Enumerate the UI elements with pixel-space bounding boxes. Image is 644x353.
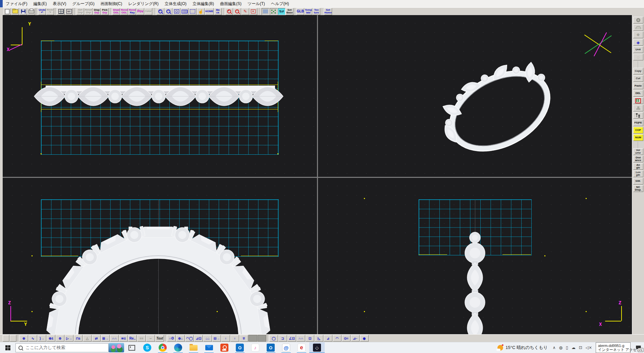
onedrive-cloud-icon[interactable]: ☁ bbox=[570, 345, 577, 350]
pov[interactable]: Pov bbox=[137, 8, 144, 15]
select-rect[interactable] bbox=[189, 8, 197, 15]
move-clover[interactable]: ❖ bbox=[633, 32, 643, 38]
open-file[interactable] bbox=[11, 8, 19, 15]
notification-center-button[interactable]: 21 bbox=[633, 342, 644, 353]
gem-tool[interactable]: ◈ bbox=[633, 39, 643, 46]
taskbar-chrome[interactable] bbox=[155, 342, 170, 353]
taskbar-itunes[interactable]: ♪ bbox=[248, 342, 263, 353]
stamp[interactable] bbox=[633, 105, 643, 111]
surf-dome[interactable]: ⊕⌂ bbox=[176, 335, 185, 342]
weather-widget[interactable]: 15°C 晴れのちくもり bbox=[494, 342, 551, 353]
material-knob[interactable] bbox=[633, 17, 643, 23]
curve-extend[interactable]: )→ bbox=[38, 335, 46, 342]
curve-align[interactable]: ≡≡ bbox=[137, 335, 146, 342]
fs-fe[interactable]: FS|FE bbox=[633, 119, 643, 126]
viewport-splitter-horizontal[interactable] bbox=[3, 177, 632, 178]
quad-view[interactable] bbox=[633, 97, 643, 104]
color-swatch-1[interactable] bbox=[249, 335, 257, 342]
curve-scale[interactable]: △ bbox=[83, 335, 92, 342]
empty-slot[interactable] bbox=[3, 335, 9, 342]
curve-move[interactable]: ▷→ bbox=[65, 335, 73, 342]
menu-item[interactable]: グループ(G) bbox=[69, 0, 97, 7]
cop[interactable]: COP bbox=[633, 127, 643, 134]
rend-ray[interactable]: RendRay bbox=[128, 8, 136, 15]
tray-phone-icon[interactable]: ▯ bbox=[564, 345, 570, 350]
surf-shift[interactable]: ⊟→ bbox=[212, 335, 221, 342]
taskbar-orange-app[interactable] bbox=[217, 342, 232, 353]
glb[interactable]: GLB bbox=[297, 8, 304, 15]
viewport-perspective[interactable] bbox=[318, 15, 632, 177]
curve-round[interactable]: ⊚ bbox=[56, 335, 64, 342]
taskbar-outlook[interactable]: O bbox=[263, 342, 278, 353]
menu-item[interactable]: ツール(T) bbox=[245, 0, 268, 7]
taskbar-at-app[interactable]: @ bbox=[278, 342, 294, 353]
color[interactable]: Color bbox=[145, 8, 152, 15]
solid-circle[interactable]: ◯ bbox=[269, 335, 278, 342]
menu-item[interactable]: 表示(V) bbox=[50, 0, 69, 7]
taskbar-skype[interactable]: S bbox=[140, 342, 155, 353]
print[interactable] bbox=[28, 8, 35, 15]
surf-female2[interactable]: ♀ bbox=[230, 335, 239, 342]
copy[interactable]: Copy bbox=[633, 68, 643, 74]
rotate-circle[interactable]: ◌ bbox=[633, 54, 643, 60]
set-grp[interactable]: SetGrp bbox=[76, 8, 84, 15]
taskbar-jewelry-cad[interactable]: ◇ bbox=[309, 342, 325, 353]
distance[interactable]: Distance bbox=[633, 156, 643, 162]
zoom-in[interactable] bbox=[157, 8, 164, 15]
new-file[interactable] bbox=[3, 8, 11, 15]
curve-offset[interactable]: ⊕± bbox=[47, 335, 55, 342]
save-file[interactable] bbox=[19, 8, 27, 15]
angle[interactable]: Angle bbox=[633, 163, 643, 170]
cut[interactable]: Cut bbox=[633, 75, 643, 82]
surf-loop[interactable]: ∩ʘ bbox=[167, 335, 176, 342]
taskbar-edge[interactable] bbox=[170, 342, 186, 353]
disp-grp[interactable]: DispGrp bbox=[93, 8, 101, 15]
zoom-window[interactable] bbox=[173, 8, 180, 15]
zoom-out[interactable] bbox=[165, 8, 172, 15]
taskbar-search-input[interactable]: ここに入力して検索 bbox=[15, 343, 109, 352]
pan-hand[interactable]: ☝ bbox=[197, 8, 205, 15]
menu-item[interactable]: 曲面編集(S) bbox=[217, 0, 245, 7]
surf-balance[interactable]: ∓ bbox=[239, 335, 248, 342]
home-view[interactable]: HOME bbox=[205, 8, 214, 15]
solid-tri-b[interactable]: ⊿ bbox=[324, 335, 332, 342]
tile-windows[interactable] bbox=[57, 8, 65, 15]
rend-ogl[interactable]: RendOGL bbox=[120, 8, 128, 15]
solid-mesh[interactable]: ⊙≡ bbox=[342, 335, 351, 342]
curve-height[interactable]: ⊓s bbox=[74, 335, 83, 342]
taskbar-blue-o-app[interactable]: O bbox=[232, 342, 248, 353]
surf-female[interactable]: ♀ bbox=[221, 335, 230, 342]
length[interactable]: Length bbox=[633, 170, 643, 177]
nc-disp[interactable]: NCDisp. bbox=[633, 185, 643, 192]
viewport-top-view[interactable]: Y X bbox=[3, 15, 317, 177]
solid-eye[interactable]: ◉ bbox=[360, 335, 369, 342]
surf-corner[interactable]: ⊿⊡ bbox=[194, 335, 203, 342]
solid-box[interactable]: ⊡ bbox=[306, 335, 314, 342]
taskbar-red-e-app[interactable]: e bbox=[294, 342, 309, 353]
text-tool[interactable]: Text bbox=[155, 335, 164, 342]
move-snap-toggle[interactable]: ⇅⇄ bbox=[278, 8, 285, 15]
curve-redraw[interactable]: Re.. bbox=[128, 335, 137, 342]
taskbar-task-view[interactable] bbox=[124, 342, 140, 353]
curve-pitch[interactable]: ≋± bbox=[119, 335, 128, 342]
taskbar-mail[interactable] bbox=[201, 342, 217, 353]
undo[interactable]: Undo↶ bbox=[38, 8, 46, 15]
display-cast-icon[interactable]: ⊡ bbox=[577, 345, 584, 350]
volume[interactable]: Volume bbox=[633, 148, 643, 155]
viewport-front-view[interactable]: Z Y bbox=[3, 178, 317, 334]
menu-item[interactable]: 画面制御(C) bbox=[98, 0, 125, 7]
curve-swap[interactable]: ⇄ bbox=[92, 335, 101, 342]
menu-item[interactable]: 立体生成(O) bbox=[162, 0, 190, 7]
curve-wave[interactable]: ∿ bbox=[29, 335, 37, 342]
menu-item[interactable]: ヘルプ(H) bbox=[268, 0, 292, 7]
color-swatch-2[interactable] bbox=[258, 335, 266, 342]
snap-toggle[interactable] bbox=[270, 8, 277, 15]
solid-angle[interactable]: ∠⊡ bbox=[287, 335, 296, 342]
texture[interactable]: Texture bbox=[313, 8, 320, 15]
template[interactable]: Template bbox=[305, 8, 312, 15]
measure-ruler[interactable] bbox=[181, 8, 189, 15]
num[interactable]: NUM bbox=[633, 134, 643, 141]
menu-item[interactable]: レンダリング(R) bbox=[125, 0, 161, 7]
unit[interactable]: Unit bbox=[633, 46, 643, 53]
grid-toggle[interactable] bbox=[262, 8, 269, 15]
